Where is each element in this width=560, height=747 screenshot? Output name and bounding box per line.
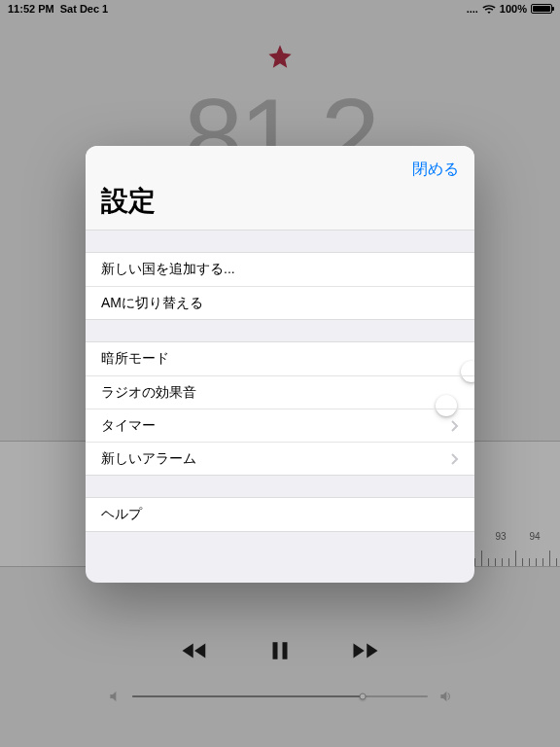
row-add-country[interactable]: 新しい国を追加する... [86,253,474,286]
modal-header: 閉める 設定 [86,146,474,231]
row-timer[interactable]: タイマー [86,409,474,442]
row-label: タイマー [101,417,156,435]
row-sound-fx: ラジオの効果音 [86,375,474,409]
row-label: 新しい国を追加する... [101,261,235,278]
settings-modal: 閉める 設定 新しい国を追加する... AMに切り替える 暗所モード ラジオの効… [86,146,474,583]
settings-group-3: ヘルプ [86,497,474,532]
row-label: 暗所モード [101,350,169,368]
modal-title: 設定 [101,183,459,220]
row-help[interactable]: ヘルプ [86,498,474,531]
row-label: ラジオの効果音 [101,384,196,402]
row-label: ヘルプ [101,506,142,523]
row-dark-mode: 暗所モード [86,342,474,375]
chevron-right-icon [451,420,459,432]
row-label: 新しいアラーム [101,450,196,468]
chevron-right-icon [451,453,459,465]
settings-group-2: 暗所モード ラジオの効果音 タイマー 新しいアラーム [86,341,474,476]
row-new-alarm[interactable]: 新しいアラーム [86,442,474,475]
close-button[interactable]: 閉める [412,160,459,180]
row-switch-am[interactable]: AMに切り替える [86,286,474,319]
settings-group-1: 新しい国を追加する... AMに切り替える [86,252,474,320]
row-label: AMに切り替える [101,295,203,312]
